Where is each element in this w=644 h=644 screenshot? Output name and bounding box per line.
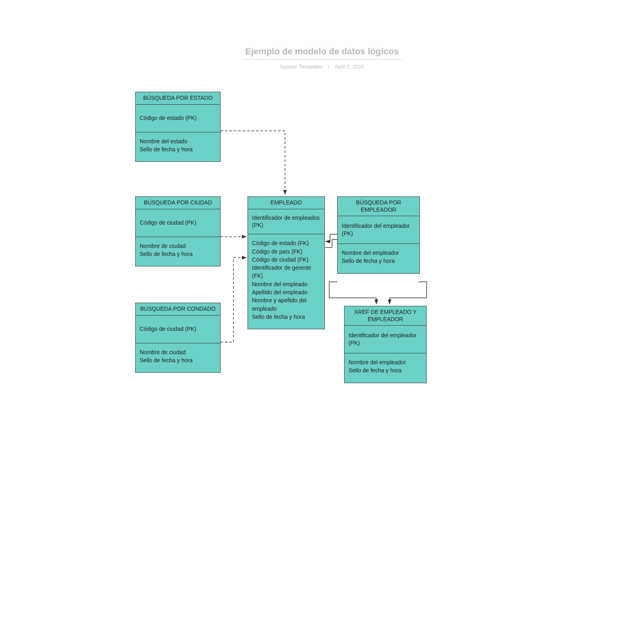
entity-busqueda-condado[interactable]: BÚSQUEDA POR CONDADO Código de ciudad (P… [135, 303, 221, 373]
connector-empleador-empleado [325, 234, 337, 242]
connector-empleado-empleador [325, 239, 337, 248]
entity-attrs: Nombre del estado Sello de fecha y hora [136, 132, 220, 162]
connector-empleador-xref-2 [390, 282, 427, 304]
entity-title: BÚSQUEDA POR CONDADO [136, 303, 220, 316]
diagram-date: April 2, 2025 [334, 64, 364, 70]
template-source: System Templates [280, 64, 323, 70]
entity-pk: Identificador de empleados (PK) [248, 209, 324, 235]
connector-empleador-xref-1 [329, 282, 376, 304]
connector-estado-empleado [221, 131, 285, 195]
entity-title: BÚSQUEDA POR EMPLEADOR [338, 197, 419, 216]
entity-attrs: Nombre del empleador Sello de fecha y ho… [338, 244, 419, 273]
entity-pk: Identificador del empleador (PK) [338, 216, 419, 244]
diagram-subtitle: System Templates | April 2, 2025 [0, 64, 644, 70]
entity-pk: Código de ciudad (PK) [136, 209, 220, 237]
subtitle-separator: | [328, 64, 329, 70]
diagram-header: Ejemplo de modelo de datos lógicos Syste… [0, 46, 644, 70]
entity-empleado[interactable]: EMPLEADO Identificador de empleados (PK)… [248, 196, 325, 329]
entity-busqueda-ciudad[interactable]: BÚSQUEDA POR CIUDAD Código de ciudad (PK… [135, 196, 221, 266]
entity-busqueda-estado[interactable]: BÚSQUEDA POR ESTADO Código de estado (PK… [135, 92, 221, 162]
entity-title: BÚSQUEDA POR ESTADO [136, 92, 220, 105]
entity-pk: Código de ciudad (PK) [136, 316, 220, 343]
entity-xref-empleado-empleador[interactable]: XREF DE EMPLEADO Y EMPLEADOR Identificad… [344, 306, 427, 383]
connector-condado-empleado [221, 258, 247, 342]
entity-pk: Identificador del empleador (PK) [345, 326, 426, 353]
entity-attrs: Nombre de ciudad Sello de fecha y hora [136, 343, 220, 373]
title-underline [243, 59, 402, 60]
entity-title: EMPLEADO [248, 197, 324, 209]
entity-title: XREF DE EMPLEADO Y EMPLEADOR [345, 306, 426, 326]
entity-attrs: Código de estado (FK) Código de país (FK… [248, 234, 324, 329]
entity-attrs: Nombre de ciudad Sello de fecha y hora [136, 237, 220, 266]
entity-pk: Código de estado (PK) [136, 105, 220, 132]
entity-attrs: Nombre del empleador Sello de fecha y ho… [345, 353, 426, 383]
diagram-title: Ejemplo de modelo de datos lógicos [0, 46, 644, 57]
entity-busqueda-empleador[interactable]: BÚSQUEDA POR EMPLEADOR Identificador del… [337, 196, 420, 274]
entity-title: BÚSQUEDA POR CIUDAD [136, 197, 220, 209]
